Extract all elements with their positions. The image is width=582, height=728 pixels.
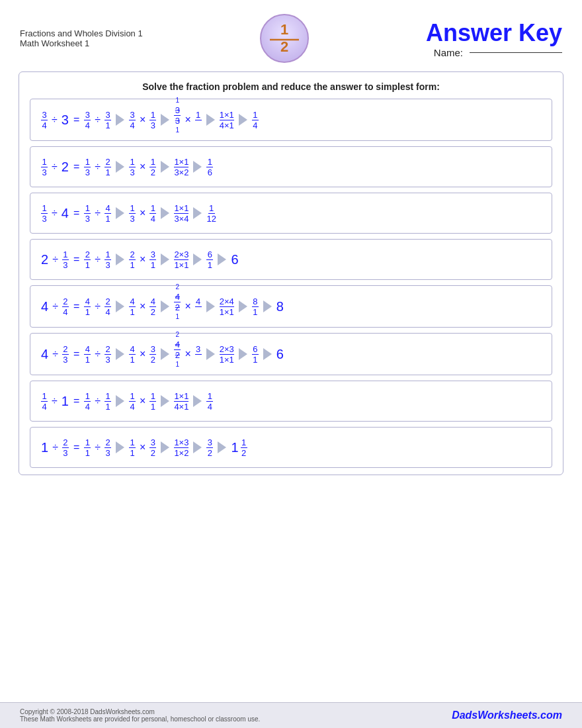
- problem-2: 13 ÷ 2 = 13 ÷ 21 13 × 12 1×13×2 16: [30, 146, 552, 187]
- arrow-icon: [161, 300, 169, 312]
- title-line2: Math Worksheet 1: [20, 38, 143, 48]
- arrow-icon: [116, 114, 124, 126]
- arrow-icon: [239, 348, 247, 360]
- math-expr-1: 34 ÷ 3 = 34 ÷ 31 34 × 13 3 1 31: [41, 106, 259, 134]
- arrow-icon: [116, 161, 124, 173]
- arrow-icon: [263, 300, 272, 312]
- footer-note: These Math Worksheets are provided for p…: [20, 715, 260, 723]
- arrow-icon: [193, 253, 202, 265]
- footer-brand: DadsWorksheets.com: [452, 709, 562, 721]
- name-label: Name:: [434, 47, 463, 58]
- problem-3: 13 ÷ 4 = 13 ÷ 41 13 × 14 1×13×4 112: [30, 193, 552, 234]
- arrow-icon: [193, 161, 202, 173]
- problem-4: 2 ÷ 13 = 21 ÷ 13 21 × 31 2×31×1 61 6: [30, 239, 552, 280]
- arrow-icon: [161, 114, 169, 126]
- svg-text:2: 2: [280, 38, 288, 55]
- name-line: Name:: [434, 47, 562, 58]
- svg-text:1: 1: [280, 21, 288, 38]
- arrow-icon: [161, 395, 169, 407]
- arrow-icon: [193, 441, 202, 453]
- footer-copyright: Copyright © 2008-2018 DadsWorksheets.com: [20, 708, 260, 715]
- arrow-icon: [193, 395, 202, 407]
- arrow-icon: [263, 348, 272, 360]
- arrow-icon: [161, 253, 169, 265]
- arrow-icon: [239, 114, 247, 126]
- problem-5: 4 ÷ 24 = 41 ÷ 24 41 × 42 4 2: [30, 285, 552, 328]
- main-content: Solve the fraction problem and reduce th…: [19, 71, 563, 475]
- arrow-icon: [116, 207, 124, 219]
- problem-6: 4 ÷ 23 = 41 ÷ 23 41 × 32 4 2: [30, 333, 552, 375]
- math-expr-6: 4 ÷ 23 = 41 ÷ 23 41 × 32 4 2: [41, 340, 284, 368]
- math-expr-7: 14 ÷ 1 = 14 ÷ 11 14 × 11 1×14×1 14: [41, 392, 213, 411]
- math-expr-2: 13 ÷ 2 = 13 ÷ 21 13 × 12 1×13×2 16: [41, 158, 213, 177]
- math-expr-3: 13 ÷ 4 = 13 ÷ 41 13 × 14 1×13×4 112: [41, 204, 216, 223]
- arrow-icon: [206, 300, 215, 312]
- problem-7: 14 ÷ 1 = 14 ÷ 11 14 × 11 1×14×1 14: [30, 381, 552, 422]
- math-expr-8: 1 ÷ 23 = 11 ÷ 23 11 × 32 1×31×2 32 1 12: [41, 438, 247, 457]
- arrow-icon: [218, 253, 226, 265]
- arrow-icon: [161, 161, 169, 173]
- arrow-icon: [161, 348, 169, 360]
- name-underline: [470, 52, 562, 53]
- arrow-icon: [161, 441, 169, 453]
- arrow-icon: [116, 253, 124, 265]
- arrow-icon: [116, 441, 124, 453]
- frac-3-4: 34: [41, 111, 48, 130]
- footer: Copyright © 2008-2018 DadsWorksheets.com…: [0, 702, 582, 728]
- arrow-icon: [116, 348, 124, 360]
- header-center: 1 2: [258, 12, 311, 65]
- math-expr-4: 2 ÷ 13 = 21 ÷ 13 21 × 31 2×31×1 61 6: [41, 250, 239, 269]
- title-line1: Fractions and Wholes Division 1: [20, 28, 143, 38]
- fraction-logo-icon: 1 2: [258, 12, 311, 65]
- header-left: Fractions and Wholes Division 1 Math Wor…: [20, 28, 143, 48]
- problem-8: 1 ÷ 23 = 11 ÷ 23 11 × 32 1×31×2 32 1 12: [30, 427, 552, 468]
- arrow-icon: [206, 114, 215, 126]
- page: Fractions and Wholes Division 1 Math Wor…: [0, 0, 582, 728]
- arrow-icon: [161, 207, 169, 219]
- header-right: Answer Key Name:: [426, 19, 562, 58]
- arrow-icon: [239, 300, 247, 312]
- instruction: Solve the fraction problem and reduce th…: [30, 81, 552, 92]
- problem-1: 34 ÷ 3 = 34 ÷ 31 34 × 13 3 1 31: [30, 99, 552, 141]
- math-expr-5: 4 ÷ 24 = 41 ÷ 24 41 × 42 4 2: [41, 293, 284, 320]
- arrow-icon: [116, 300, 124, 312]
- arrow-icon: [193, 207, 202, 219]
- footer-left: Copyright © 2008-2018 DadsWorksheets.com…: [20, 708, 260, 723]
- arrow-icon: [218, 441, 226, 453]
- header: Fractions and Wholes Division 1 Math Wor…: [0, 0, 582, 71]
- arrow-icon: [116, 395, 124, 407]
- answer-key-label: Answer Key: [426, 19, 562, 47]
- arrow-icon: [206, 348, 215, 360]
